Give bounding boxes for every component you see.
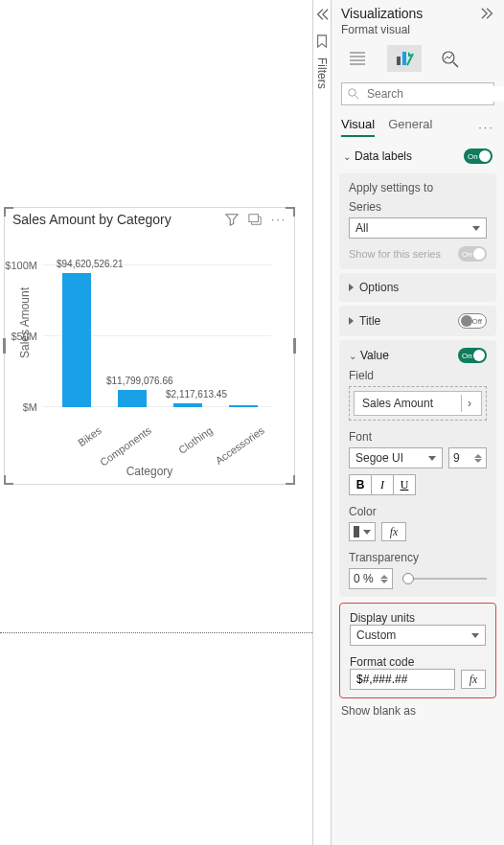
- title-toggle[interactable]: Off: [458, 313, 487, 329]
- chart-visual[interactable]: Sales Amount by Category ··· Sales Amoun…: [4, 207, 295, 485]
- expand-icon[interactable]: [481, 7, 494, 20]
- pane-subtitle: Format visual: [332, 23, 504, 40]
- data-label: $2,117,613.45: [166, 389, 227, 400]
- transparency-slider[interactable]: [402, 578, 487, 580]
- chart-title: Sales Amount by Category: [12, 212, 172, 227]
- fx-button[interactable]: fx: [381, 522, 406, 541]
- tab-general[interactable]: General: [388, 117, 432, 137]
- apply-settings-label: Apply settings to: [349, 181, 487, 194]
- chart-plot: $M $50M $100M $94,620,526.21 Bikes $11,7…: [43, 240, 283, 432]
- transparency-stepper[interactable]: 0 %: [349, 568, 393, 589]
- filters-label[interactable]: Filters: [315, 57, 329, 89]
- value-card: ⌄Value On Field Sales Amount › Font Sego…: [339, 340, 496, 597]
- italic-button[interactable]: I: [371, 474, 394, 495]
- apply-settings-card: Apply settings to Series All Show for th…: [339, 173, 496, 269]
- more-icon[interactable]: ···: [271, 213, 286, 226]
- chevron-down-icon: [472, 226, 480, 231]
- show-blank-as-label: Show blank as: [339, 698, 496, 723]
- series-label: Series: [349, 200, 487, 214]
- bar-clothing: [173, 403, 202, 407]
- y-tick: $M: [23, 401, 43, 413]
- collapse-icon[interactable]: [315, 8, 329, 21]
- font-label: Font: [349, 430, 487, 444]
- y-tick: $50M: [11, 331, 43, 342]
- chevron-down-icon: [428, 456, 436, 461]
- svg-point-9: [349, 89, 356, 97]
- underline-button[interactable]: U: [393, 474, 416, 495]
- bar-components: [118, 390, 147, 407]
- field-label: Field: [349, 369, 487, 382]
- y-tick: $100M: [5, 260, 43, 271]
- fx-button[interactable]: fx: [461, 670, 486, 689]
- build-visual-icon[interactable]: [341, 45, 376, 72]
- page-divider: [0, 632, 312, 633]
- search-input[interactable]: [341, 82, 494, 105]
- bookmark-icon[interactable]: [315, 34, 329, 48]
- show-for-series-toggle: On: [458, 246, 487, 262]
- bar-accessories: [229, 405, 258, 407]
- color-label: Color: [349, 505, 487, 518]
- filter-icon[interactable]: [225, 213, 239, 226]
- field-well[interactable]: Sales Amount ›: [354, 391, 482, 416]
- more-icon[interactable]: ···: [478, 120, 494, 134]
- value-toggle[interactable]: On: [458, 348, 487, 363]
- svg-line-8: [453, 62, 458, 67]
- bold-button[interactable]: B: [349, 474, 372, 495]
- data-label: $11,799,076.66: [106, 376, 173, 386]
- data-label: $94,620,526.21: [57, 259, 124, 269]
- series-select[interactable]: All: [349, 217, 487, 239]
- title-section[interactable]: Title Off: [339, 306, 496, 336]
- visualizations-pane: Visualizations Format visual Visual Gene…: [332, 0, 504, 845]
- show-for-series-label: Show for this series: [349, 248, 441, 260]
- bar-bikes: [62, 273, 91, 407]
- analytics-icon[interactable]: [433, 45, 468, 72]
- svg-rect-6: [402, 52, 406, 65]
- options-section[interactable]: Options: [339, 273, 496, 302]
- color-picker[interactable]: [349, 522, 376, 541]
- field-arrow-icon[interactable]: ›: [461, 395, 477, 412]
- focus-icon[interactable]: [248, 213, 262, 226]
- format-visual-icon[interactable]: [387, 45, 422, 72]
- svg-line-10: [355, 96, 359, 100]
- chevron-down-icon: [363, 530, 371, 535]
- search-icon: [348, 88, 359, 100]
- data-labels-toggle[interactable]: On: [464, 148, 493, 164]
- display-units-card: Display units Custom Format code fx: [339, 603, 496, 698]
- format-code-label: Format code: [350, 655, 486, 669]
- data-labels-section[interactable]: ⌄Data labels On: [339, 143, 496, 170]
- chevron-right-icon: [349, 317, 354, 325]
- x-axis-label: Category: [5, 465, 294, 478]
- format-code-input[interactable]: [350, 669, 455, 690]
- pane-rail: Filters: [312, 0, 332, 845]
- transparency-label: Transparency: [349, 551, 487, 564]
- chevron-right-icon: [349, 284, 354, 291]
- tab-visual[interactable]: Visual: [341, 117, 375, 137]
- font-size-stepper[interactable]: 9: [448, 447, 487, 468]
- pane-title: Visualizations: [341, 6, 423, 21]
- chevron-down-icon: [471, 633, 479, 638]
- svg-rect-0: [249, 215, 259, 222]
- display-units-select[interactable]: Custom: [350, 625, 486, 646]
- display-units-label: Display units: [350, 611, 486, 625]
- svg-rect-5: [397, 57, 401, 65]
- font-family-select[interactable]: Segoe UI: [349, 447, 443, 468]
